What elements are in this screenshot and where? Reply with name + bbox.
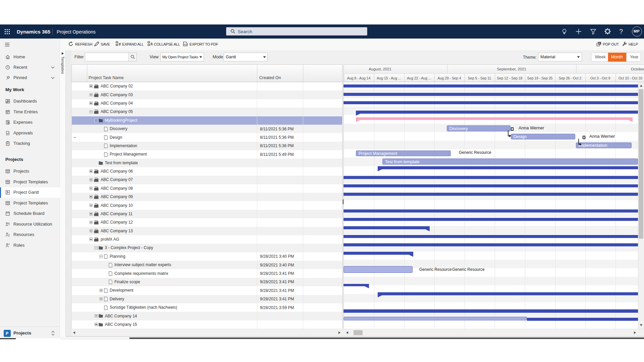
svg-text:PDF: PDF bbox=[184, 44, 187, 46]
